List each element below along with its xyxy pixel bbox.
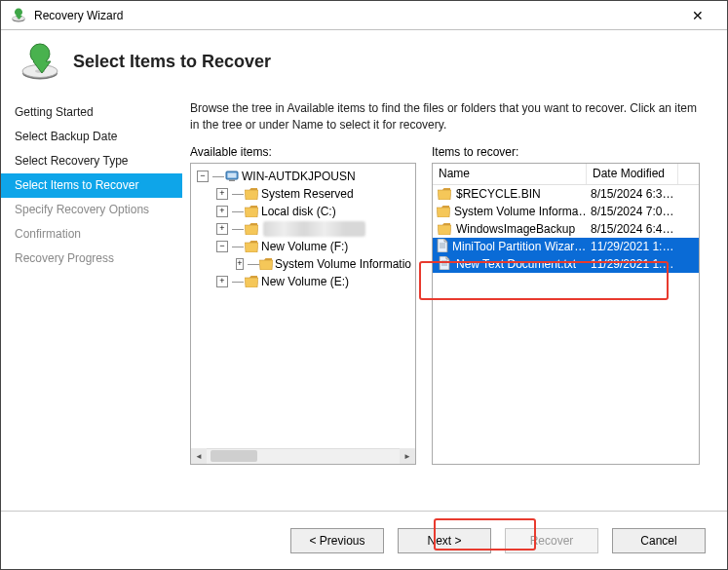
tree-expander[interactable]: +	[216, 276, 228, 287]
folder-icon	[437, 205, 450, 218]
sidebar-step-5: Confirmation	[1, 222, 182, 247]
folder-icon	[244, 185, 259, 203]
tree-expander[interactable]: +	[216, 188, 228, 200]
item-date: 8/15/2024 6:3…	[587, 187, 678, 201]
folder-icon	[244, 203, 259, 220]
available-items-label: Available items:	[190, 145, 416, 159]
file-icon	[437, 256, 452, 271]
list-item[interactable]: WindowsImageBackup8/15/2024 6:4…	[433, 220, 699, 238]
column-header-date[interactable]: Date Modified	[587, 164, 678, 184]
item-name: $RECYCLE.BIN	[456, 187, 541, 201]
scroll-thumb[interactable]	[211, 450, 257, 462]
folder-icon	[244, 220, 259, 238]
list-item[interactable]: New Text Document.txt11/29/2021 1:…	[433, 255, 699, 273]
svg-rect-7	[228, 172, 237, 177]
wizard-header: Select Items to Recover	[1, 30, 727, 100]
previous-button[interactable]: < Previous	[290, 528, 384, 553]
sidebar-step-4: Specify Recovery Options	[1, 198, 182, 222]
scroll-right-button[interactable]: ►	[400, 448, 415, 464]
close-button[interactable]: ✕	[678, 2, 717, 29]
instructions-text: Browse the tree in Available items to fi…	[190, 100, 700, 145]
list-item[interactable]: System Volume Informa…8/15/2024 7:0…	[433, 203, 699, 220]
sidebar-step-1[interactable]: Select Backup Date	[1, 125, 182, 149]
redacted-label	[263, 221, 365, 237]
wizard-steps-sidebar: Getting StartedSelect Backup DateSelect …	[1, 100, 182, 508]
cancel-button[interactable]: Cancel	[612, 528, 706, 553]
file-icon	[437, 239, 448, 253]
tree-expander[interactable]: +	[236, 258, 244, 270]
tree-item[interactable]: +— Local disk (C:)	[197, 203, 411, 220]
folder-icon	[244, 238, 259, 255]
folder-icon	[259, 255, 273, 273]
items-to-recover-list[interactable]: Name Date Modified $RECYCLE.BIN8/15/2024…	[432, 163, 700, 465]
sidebar-step-3[interactable]: Select Items to Recover	[1, 173, 182, 198]
sidebar-step-2[interactable]: Select Recovery Type	[1, 149, 182, 173]
tree-root[interactable]: −— WIN-AUTDKJPOUSN	[197, 168, 411, 185]
tree-expander[interactable]: +	[216, 206, 228, 217]
tree-item[interactable]: +— System Reserved	[197, 185, 411, 203]
sidebar-step-0[interactable]: Getting Started	[1, 100, 182, 125]
computer-icon	[224, 168, 240, 185]
tree-item[interactable]: +—	[197, 220, 411, 238]
tree-item[interactable]: +— System Volume Informatio	[197, 255, 411, 273]
items-to-recover-label: Items to recover:	[432, 145, 700, 159]
item-name: WindowsImageBackup	[456, 222, 575, 236]
tree-expander[interactable]: +	[216, 223, 228, 235]
tree-expander[interactable]: −	[216, 241, 228, 252]
list-item[interactable]: $RECYCLE.BIN8/15/2024 6:3…	[433, 185, 699, 203]
tree-item[interactable]: −— New Volume (F:)	[197, 238, 411, 255]
svg-rect-8	[229, 179, 235, 181]
window-title: Recovery Wizard	[34, 9, 123, 22]
available-items-tree[interactable]: −— WIN-AUTDKJPOUSN+— System Reserved+— L…	[190, 163, 416, 465]
item-name: New Text Document.txt	[456, 257, 576, 271]
item-date: 11/29/2021 1:…	[587, 240, 678, 253]
recovery-large-icon	[19, 40, 61, 83]
tree-horizontal-scrollbar[interactable]: ◄ ►	[191, 448, 415, 464]
recovery-wizard-icon	[11, 8, 26, 23]
scroll-left-button[interactable]: ◄	[191, 448, 207, 464]
folder-icon	[437, 187, 452, 201]
item-name: MiniTool Partition Wizar…	[452, 240, 586, 253]
sidebar-step-6: Recovery Progress	[1, 247, 182, 271]
recover-button: Recover	[505, 528, 598, 553]
folder-icon	[244, 273, 259, 290]
tree-expander[interactable]: −	[197, 171, 209, 182]
title-bar: Recovery Wizard ✕	[1, 1, 727, 30]
item-date: 11/29/2021 1:…	[587, 257, 678, 271]
list-item[interactable]: MiniTool Partition Wizar…11/29/2021 1:…	[433, 238, 699, 255]
next-button[interactable]: Next >	[398, 528, 491, 553]
item-date: 8/15/2024 7:0…	[587, 205, 678, 218]
tree-item[interactable]: +— New Volume (E:)	[197, 273, 411, 290]
wizard-footer: < Previous Next > Recover Cancel	[1, 511, 727, 569]
column-header-name[interactable]: Name	[433, 164, 587, 184]
page-title: Select Items to Recover	[73, 52, 271, 72]
folder-icon	[437, 222, 452, 236]
list-header: Name Date Modified	[433, 164, 699, 185]
item-name: System Volume Informa…	[454, 205, 587, 218]
item-date: 8/15/2024 6:4…	[587, 222, 678, 236]
